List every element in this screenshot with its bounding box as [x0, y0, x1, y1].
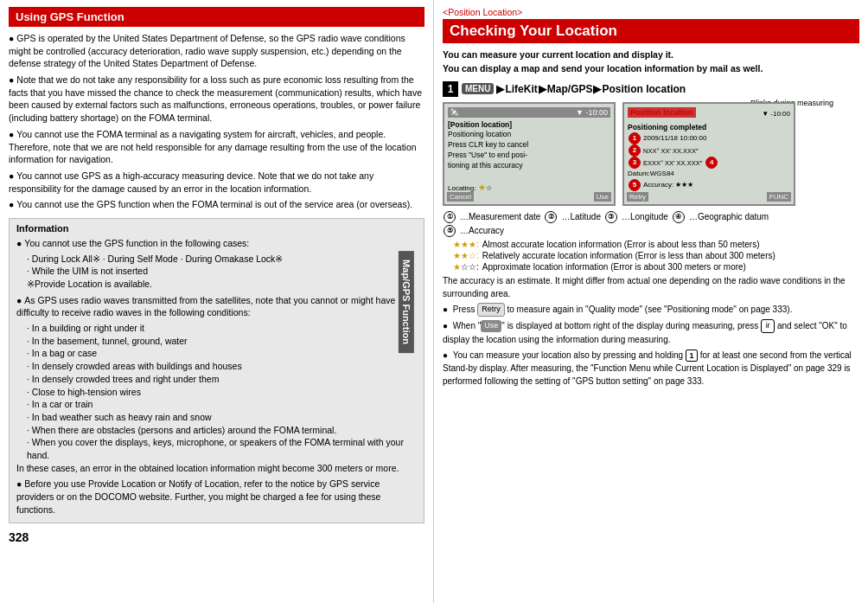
screen1-icon: 🛰: [450, 108, 458, 117]
sidebar-label: Map/GPS Function: [399, 251, 414, 353]
screen2-accuracy: 5 Accuracy: ★★★: [628, 179, 790, 191]
step-line: 1 MENU ▶ LifeKit ▶ Map/GPS ▶ Position lo…: [443, 81, 859, 97]
ir-button: ir: [761, 319, 775, 333]
right-panel-subtitle: <Position Location>: [443, 7, 859, 17]
info-sub2-3: · In a bag or case: [16, 347, 417, 360]
info-sub2-1: · In a building or right under it: [16, 322, 417, 335]
screen1-line4: tioning at this accuracy: [448, 161, 610, 171]
screen1-line3: Press "Use" to end posi-: [448, 151, 610, 161]
info-sub2-2: · In the basement, tunnel, ground, water: [16, 335, 417, 348]
info-sub2-5: · In densely crowded trees and right und…: [16, 373, 417, 386]
info-sub2-7: · In a car or train: [16, 398, 417, 411]
screen2-nxx: 2 NXX° XX′ XX.XXX″: [628, 144, 790, 157]
bullet-3: You cannot use the FOMA terminal as a na…: [9, 128, 424, 166]
screen2-completed: Positioning completed: [628, 122, 790, 133]
info-box-title: Information: [16, 223, 417, 234]
legend-circle-3: 3: [629, 157, 641, 169]
bullet-section: GPS is operated by the United States Dep…: [9, 32, 424, 211]
legend-5-label: …Accuracy: [460, 226, 504, 235]
step-number: 1: [443, 81, 458, 97]
page-num: 328: [9, 530, 424, 544]
right-panel: <Position Location> Checking Your Locati…: [434, 0, 868, 603]
bullet-5: You cannot use the GPS function when the…: [9, 198, 424, 211]
info-sub-0: · During Lock All※ · During Self Mode · …: [16, 253, 417, 266]
stars-1: ★★★:: [453, 240, 479, 249]
info-sub2-9: · When there are obstacles (persons and …: [16, 424, 417, 437]
info-sub2-11: In these cases, an error in the obtained…: [16, 462, 417, 475]
body-text-bullet1: Press Retry to measure again in "Quality…: [443, 303, 859, 317]
accuracy-line-3: ★☆☆: Approximate location information (E…: [453, 262, 859, 272]
screen2-header: Position location ▼ -10:00: [628, 107, 790, 120]
screen2-body: Positioning completed 1 2009/11/18 10:00…: [628, 122, 790, 192]
retry-badge: Retry: [477, 303, 505, 317]
stars-3: ★☆☆:: [453, 262, 479, 272]
legend-2-circle: ②: [545, 211, 557, 223]
screen2: Position location ▼ -10:00 Positioning c…: [622, 102, 795, 206]
screen1-cancel: Cancel: [447, 192, 474, 202]
screen2-time: ▼ -10:00: [762, 110, 790, 118]
screen2-footer: Retry FUNC: [627, 192, 791, 202]
screen1-footer: Cancel Use: [447, 192, 611, 202]
left-panel: Using GPS Function GPS is operated by th…: [0, 0, 434, 603]
hold-1-button: 1: [686, 350, 698, 362]
body-text-1: The accuracy is an estimate. It might di…: [443, 274, 859, 300]
screen1-line2: Press CLR key to cancel: [448, 140, 610, 151]
legend-3-label: …Longitude: [622, 212, 668, 221]
info-box: Information You cannot use the GPS funct…: [9, 218, 424, 523]
body-text-bullet2: When "Use" is displayed at bottom right …: [443, 319, 859, 346]
screen2-exx: 3 EXXX° XX′ XX.XXX″ 4: [628, 157, 790, 169]
screen1-header: 🛰 ▼ -10:00: [448, 107, 610, 118]
legend-2-label: …Latitude: [561, 212, 601, 221]
legend-4-label: …Geographic datum: [689, 212, 769, 221]
info-bullet3-0: Before you use Provide Location or Notif…: [16, 478, 417, 516]
legend-5-circle: ⑤: [444, 225, 456, 237]
info-sub2-8: · In bad weather such as heavy rain and …: [16, 411, 417, 424]
bullet-4: You cannot use GPS as a high-accuracy me…: [9, 170, 424, 195]
info-sub-2: ※Provide Location is available.: [16, 278, 417, 291]
intro-text-1: You can measure your current location an…: [443, 48, 859, 76]
info-sub2-10: · When you cover the displays, keys, mic…: [16, 436, 417, 461]
legend-circle-5: 5: [629, 179, 641, 191]
screen1-time: ▼ -10:00: [576, 108, 608, 117]
legend-line-1: ① …Measurement date ② …Latitude ③ …Longi…: [443, 211, 859, 223]
accuracy-line-1: ★★★: Almost accurate location informatio…: [453, 240, 859, 249]
accuracy-line-2: ★★☆: Relatively accurate location inform…: [453, 251, 859, 260]
legend-1-circle: ①: [444, 211, 456, 223]
screen2-date: 1 2009/11/18 10:00:00: [628, 132, 790, 144]
step-lifekit: LifeKit: [505, 83, 537, 95]
info-sub2-4: · In densely crowded areas with building…: [16, 360, 417, 373]
screen1-body: [Position location] Positioning location…: [448, 120, 610, 171]
info-bullet-1: You cannot use the GPS function in the f…: [16, 237, 417, 250]
step-position: Position location: [602, 83, 686, 95]
legend-area: ① …Measurement date ② …Latitude ③ …Longi…: [443, 211, 859, 237]
right-panel-title: Checking Your Location: [443, 19, 859, 43]
screens-area: Blinks during measuring 🛰 ▼ -10:00 [Posi…: [443, 102, 859, 206]
screen2-title: Position location: [628, 107, 696, 118]
legend-line-2: ⑤ …Accuracy: [443, 225, 859, 237]
screen1-locating: Locating: ★☆: [448, 183, 492, 192]
legend-circle-4: 4: [705, 157, 718, 169]
legend-4-circle: ④: [673, 211, 685, 223]
legend-circle-1: 1: [629, 132, 641, 144]
screen2-retry: Retry: [627, 192, 648, 202]
bullet-1: GPS is operated by the United States Dep…: [9, 32, 424, 70]
screen1-line1: Positioning location: [448, 130, 610, 140]
left-panel-title: Using GPS Function: [9, 7, 424, 27]
legend-3-circle: ③: [605, 211, 617, 223]
screen2-datum: Datum:WGS84: [628, 169, 790, 179]
info-sub-1: · While the UIM is not inserted: [16, 265, 417, 278]
info-bullet2-0: As GPS uses radio waves transmitted from…: [16, 294, 417, 319]
legend-circle-2: 2: [629, 144, 641, 157]
step-mapgps: Map/GPS: [547, 83, 593, 95]
screen1-title: [Position location]: [448, 120, 610, 131]
accuracy-stars-area: ★★★: Almost accurate location informatio…: [453, 240, 859, 272]
screen1-use: Use: [594, 192, 611, 202]
bullet-2: Note that we do not take any responsibil…: [9, 74, 424, 125]
menu-key: MENU: [462, 83, 494, 94]
info-sub2-6: · Close to high-tension wires: [16, 386, 417, 399]
body-text-bullet3: You can measure your location also by pr…: [443, 349, 859, 388]
screen2-func: FUNC: [767, 192, 791, 202]
screen1: 🛰 ▼ -10:00 [Position location] Positioni…: [443, 102, 616, 206]
stars-2: ★★☆:: [453, 251, 479, 260]
use-badge: Use: [481, 320, 501, 332]
